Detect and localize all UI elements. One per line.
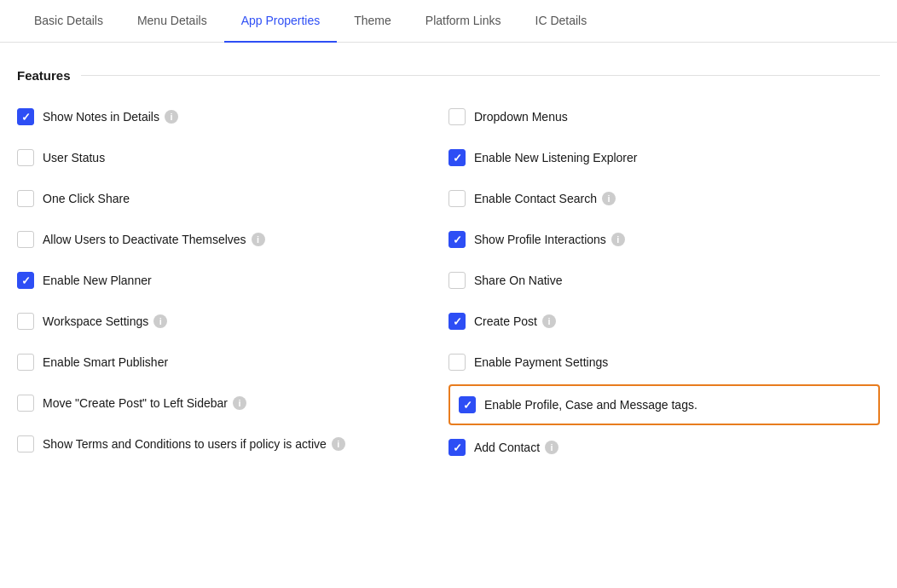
- checkbox-dropdown-menus[interactable]: [448, 108, 466, 125]
- checkbox-one-click-share[interactable]: [17, 190, 34, 207]
- label-text-payment-settings: Enable Payment Settings: [474, 355, 608, 369]
- checkbox-move-create-post[interactable]: [17, 395, 34, 412]
- feature-row-listening-explorer: Enable New Listening Explorer: [448, 137, 880, 178]
- info-icon-show-notes[interactable]: i: [165, 110, 178, 124]
- info-icon-show-terms[interactable]: i: [332, 437, 345, 451]
- tab-app-properties[interactable]: App Properties: [224, 0, 338, 43]
- tabs-nav: Basic DetailsMenu DetailsApp PropertiesT…: [0, 0, 897, 43]
- checkbox-workspace-settings[interactable]: [17, 313, 34, 330]
- label-create-post: Create Posti: [474, 314, 556, 328]
- label-move-create-post: Move "Create Post" to Left Sidebari: [43, 396, 246, 410]
- label-user-status: User Status: [43, 151, 105, 164]
- feature-row-enable-planner: Enable New Planner: [17, 260, 448, 301]
- label-text-smart-publisher: Enable Smart Publisher: [43, 355, 168, 369]
- feature-row-profile-case-tags: Enable Profile, Case and Message tags.: [448, 384, 880, 425]
- checkbox-smart-publisher[interactable]: [17, 354, 34, 371]
- label-text-contact-search: Enable Contact Search: [474, 192, 597, 205]
- feature-row-create-post: Create Posti: [448, 301, 880, 342]
- checkbox-show-notes[interactable]: [17, 108, 34, 125]
- label-enable-planner: Enable New Planner: [43, 274, 152, 287]
- label-text-move-create-post: Move "Create Post" to Left Sidebar: [43, 396, 228, 410]
- features-left-column: Show Notes in DetailsiUser StatusOne Cli…: [17, 96, 448, 468]
- feature-row-allow-deactivate: Allow Users to Deactivate Themselvesi: [17, 219, 448, 260]
- label-dropdown-menus: Dropdown Menus: [474, 110, 568, 124]
- checkbox-enable-planner[interactable]: [17, 272, 34, 289]
- info-icon-create-post[interactable]: i: [542, 314, 556, 328]
- label-allow-deactivate: Allow Users to Deactivate Themselvesi: [43, 233, 265, 246]
- checkbox-share-native[interactable]: [448, 272, 466, 289]
- checkbox-profile-interactions[interactable]: [448, 231, 466, 248]
- label-workspace-settings: Workspace Settingsi: [43, 314, 167, 328]
- label-share-native: Share On Native: [474, 274, 563, 287]
- label-listening-explorer: Enable New Listening Explorer: [474, 151, 637, 164]
- label-text-allow-deactivate: Allow Users to Deactivate Themselves: [43, 233, 246, 246]
- checkbox-create-post[interactable]: [448, 313, 466, 330]
- info-icon-workspace-settings[interactable]: i: [153, 314, 167, 328]
- feature-row-smart-publisher: Enable Smart Publisher: [17, 342, 448, 383]
- label-profile-case-tags: Enable Profile, Case and Message tags.: [484, 398, 697, 412]
- tab-platform-links[interactable]: Platform Links: [408, 0, 518, 43]
- label-contact-search: Enable Contact Searchi: [474, 192, 616, 205]
- feature-row-user-status: User Status: [17, 137, 448, 178]
- feature-row-add-contact: Add Contacti: [448, 427, 880, 468]
- info-icon-add-contact[interactable]: i: [545, 441, 558, 454]
- label-text-one-click-share: One Click Share: [43, 192, 130, 205]
- feature-row-payment-settings: Enable Payment Settings: [448, 342, 880, 383]
- section-title: Features: [17, 68, 880, 83]
- tab-theme[interactable]: Theme: [337, 0, 408, 43]
- tab-basic-details[interactable]: Basic Details: [17, 0, 120, 43]
- features-right-column: Dropdown MenusEnable New Listening Explo…: [448, 96, 880, 468]
- feature-row-workspace-settings: Workspace Settingsi: [17, 301, 448, 342]
- checkbox-allow-deactivate[interactable]: [17, 231, 34, 248]
- label-text-listening-explorer: Enable New Listening Explorer: [474, 151, 637, 164]
- feature-row-one-click-share: One Click Share: [17, 178, 448, 219]
- feature-row-contact-search: Enable Contact Searchi: [448, 178, 880, 219]
- checkbox-profile-case-tags[interactable]: [459, 396, 476, 413]
- feature-row-show-terms: Show Terms and Conditions to users if po…: [17, 424, 448, 464]
- tab-menu-details[interactable]: Menu Details: [120, 0, 224, 43]
- features-grid: Show Notes in DetailsiUser StatusOne Cli…: [17, 96, 880, 468]
- feature-row-profile-interactions: Show Profile Interactionsi: [448, 219, 880, 260]
- checkbox-add-contact[interactable]: [448, 439, 466, 456]
- label-text-create-post: Create Post: [474, 314, 537, 328]
- label-text-add-contact: Add Contact: [474, 441, 540, 454]
- feature-row-share-native: Share On Native: [448, 260, 880, 301]
- label-text-profile-case-tags: Enable Profile, Case and Message tags.: [484, 398, 697, 412]
- label-text-workspace-settings: Workspace Settings: [43, 314, 148, 328]
- info-icon-contact-search[interactable]: i: [602, 192, 616, 205]
- checkbox-show-terms[interactable]: [17, 435, 34, 453]
- label-text-user-status: User Status: [43, 151, 105, 164]
- label-text-show-notes: Show Notes in Details: [43, 110, 159, 124]
- feature-row-move-create-post: Move "Create Post" to Left Sidebari: [17, 383, 448, 424]
- label-text-enable-planner: Enable New Planner: [43, 274, 152, 287]
- label-profile-interactions: Show Profile Interactionsi: [474, 233, 625, 246]
- label-add-contact: Add Contacti: [474, 441, 558, 454]
- label-show-notes: Show Notes in Detailsi: [43, 110, 178, 124]
- label-smart-publisher: Enable Smart Publisher: [43, 355, 168, 369]
- tab-ic-details[interactable]: IC Details: [518, 0, 605, 43]
- label-text-dropdown-menus: Dropdown Menus: [474, 110, 568, 124]
- content-area: Features Show Notes in DetailsiUser Stat…: [0, 43, 897, 485]
- label-text-profile-interactions: Show Profile Interactions: [474, 233, 606, 246]
- label-show-terms: Show Terms and Conditions to users if po…: [43, 437, 345, 451]
- checkbox-contact-search[interactable]: [448, 190, 466, 207]
- checkbox-payment-settings[interactable]: [448, 354, 466, 371]
- checkbox-user-status[interactable]: [17, 149, 34, 166]
- label-text-share-native: Share On Native: [474, 274, 563, 287]
- label-one-click-share: One Click Share: [43, 192, 130, 205]
- feature-row-dropdown-menus: Dropdown Menus: [448, 96, 880, 137]
- checkbox-listening-explorer[interactable]: [448, 149, 466, 166]
- info-icon-move-create-post[interactable]: i: [233, 396, 246, 410]
- info-icon-allow-deactivate[interactable]: i: [252, 233, 265, 246]
- info-icon-profile-interactions[interactable]: i: [611, 233, 625, 246]
- label-payment-settings: Enable Payment Settings: [474, 355, 608, 369]
- feature-row-show-notes: Show Notes in Detailsi: [17, 96, 448, 137]
- label-text-show-terms: Show Terms and Conditions to users if po…: [43, 437, 327, 451]
